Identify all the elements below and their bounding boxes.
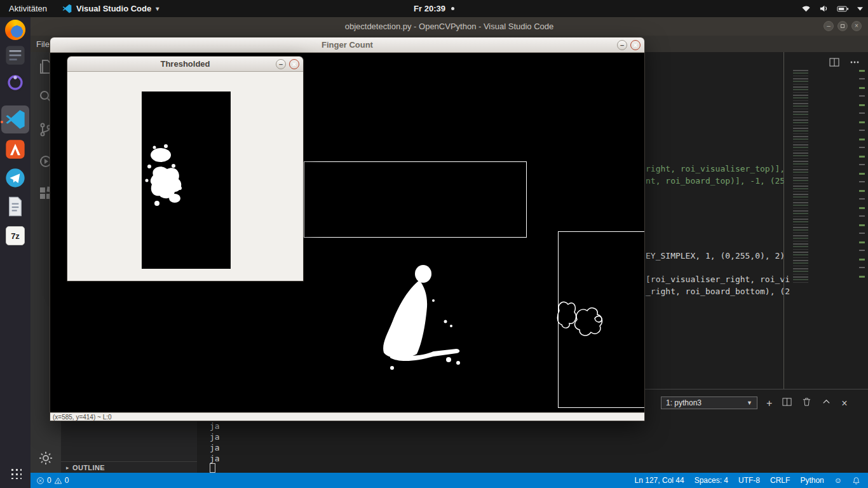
- code-line: [roi_visualiser_right, roi_vi: [646, 273, 790, 285]
- split-terminal-icon[interactable]: [782, 397, 792, 409]
- code-line: nt, roi_board_top)], -1, (25: [646, 175, 785, 187]
- indentation-setting[interactable]: Spaces: 4: [695, 476, 728, 485]
- kill-terminal-icon[interactable]: [802, 397, 811, 409]
- finger-count-titlebar[interactable]: Finger Count – ×: [50, 37, 644, 53]
- editor-actions: [829, 57, 860, 70]
- maximize-panel-icon[interactable]: [822, 397, 831, 409]
- app-menu[interactable]: Visual Studio Code ▾: [56, 0, 165, 17]
- terminal-output-line: ja: [210, 421, 220, 431]
- clock-label: Fr 20:39: [414, 4, 445, 13]
- desktop: objectdetection.py - OpenCVPython - Visu…: [0, 0, 868, 488]
- outline-label: OUTLINE: [72, 464, 105, 471]
- thresholded-title: Thresholded: [160, 59, 210, 69]
- vscode-window-controls: – ×: [824, 21, 862, 31]
- close-button[interactable]: ×: [851, 21, 862, 31]
- cursor-position[interactable]: Ln 127, Col 44: [635, 476, 684, 485]
- error-count: 0: [47, 476, 51, 485]
- ubuntu-dock: 7z: [0, 17, 31, 488]
- system-indicators[interactable]: [801, 4, 863, 13]
- editor-divider: [783, 52, 784, 389]
- finger-count-title: Finger Count: [322, 40, 373, 50]
- vscode-window-title: objectdetection.py - OpenCVPython - Visu…: [345, 22, 554, 31]
- outline-section-header[interactable]: ▸ OUTLINE: [61, 461, 197, 473]
- eol-setting[interactable]: CRLF: [770, 476, 790, 485]
- close-panel-icon[interactable]: ×: [841, 398, 847, 409]
- chevron-right-icon: ▸: [66, 464, 69, 471]
- minimize-button[interactable]: –: [617, 40, 627, 50]
- close-button[interactable]: ×: [630, 40, 641, 50]
- manage-gear-icon[interactable]: [38, 451, 53, 466]
- panel-actions: + ×: [766, 397, 848, 409]
- minimap[interactable]: [793, 70, 808, 283]
- pixel-coordinates-status: (x=585, y=414) ~ L:0: [50, 412, 644, 421]
- roi-rectangle: [304, 161, 527, 238]
- window-controls: – ×: [276, 59, 299, 69]
- problems-indicator[interactable]: 0 0: [36, 476, 69, 485]
- notification-dot: [451, 7, 454, 10]
- software-center-icon[interactable]: [4, 139, 26, 160]
- vscode-titlebar[interactable]: objectdetection.py - OpenCVPython - Visu…: [31, 17, 868, 36]
- terminal-selector[interactable]: 1: python3 ▼: [661, 396, 757, 409]
- new-terminal-icon[interactable]: +: [766, 398, 772, 409]
- close-button[interactable]: ×: [289, 59, 299, 69]
- terminal-cursor: [210, 463, 215, 473]
- vscode-statusbar: 0 0 Ln 127, Col 44 Spaces: 4 UTF-8 CRLF …: [31, 473, 868, 488]
- archiver-label: 7z: [6, 226, 25, 245]
- thresholded-window: Thresholded – ×: [67, 56, 304, 281]
- overview-ruler: [859, 70, 865, 280]
- minimize-button[interactable]: –: [276, 59, 286, 69]
- more-actions-icon[interactable]: [850, 57, 860, 70]
- chevron-down-icon: [857, 7, 863, 11]
- thresholded-titlebar[interactable]: Thresholded – ×: [67, 57, 303, 72]
- text-document-icon[interactable]: [4, 196, 26, 217]
- window-controls: – ×: [617, 40, 641, 50]
- battery-icon: [837, 5, 849, 13]
- volume-icon: [819, 4, 829, 13]
- warning-count: 0: [65, 476, 69, 485]
- gnome-topbar: Aktivitäten Visual Studio Code ▾ Fr 20:3…: [0, 0, 868, 17]
- chevron-down-icon: ▾: [156, 5, 159, 12]
- threshold-frame: [142, 92, 231, 269]
- silhouette-shape: [371, 262, 524, 412]
- code-line: _right, roi_board_bottom), (2: [646, 285, 790, 297]
- feedback-smiley-icon[interactable]: ☺: [834, 476, 842, 485]
- minimize-button[interactable]: –: [824, 21, 834, 31]
- browser-app-icon[interactable]: [4, 72, 26, 93]
- terminal-output-line: ja: [210, 431, 220, 442]
- maximize-button[interactable]: [837, 21, 848, 31]
- archiver-icon[interactable]: 7z: [4, 225, 26, 247]
- terminal-selector-value: 1: python3: [666, 398, 702, 407]
- terminal-output-line: ja: [210, 453, 220, 464]
- show-applications-icon[interactable]: [4, 462, 26, 484]
- threshold-blobs: [142, 92, 231, 269]
- vscode-icon[interactable]: [4, 109, 26, 130]
- terminal-output-line: ja: [210, 442, 220, 453]
- encoding-setting[interactable]: UTF-8: [738, 476, 760, 485]
- split-editor-icon[interactable]: [829, 57, 839, 70]
- running-indicator: [1, 121, 3, 123]
- firefox-icon[interactable]: [4, 19, 26, 41]
- vscode-logo-icon: [62, 4, 72, 13]
- notifications-bell-icon[interactable]: [852, 477, 860, 485]
- chevron-down-icon: ▼: [747, 400, 752, 406]
- clock[interactable]: Fr 20:39: [414, 4, 454, 13]
- language-mode[interactable]: Python: [800, 476, 824, 485]
- wifi-icon: [801, 4, 811, 13]
- code-line: EY_SIMPLEX, 1, (0,255,0), 2): [646, 250, 785, 262]
- file-manager-icon[interactable]: [4, 44, 26, 66]
- code-line: right, roi_visualiser_top)],: [646, 163, 785, 175]
- app-menu-label: Visual Studio Code: [76, 4, 151, 13]
- telegram-icon[interactable]: [4, 167, 26, 189]
- thresholded-image: [67, 72, 303, 281]
- activities-button[interactable]: Aktivitäten: [0, 0, 56, 17]
- contour-shape: [555, 292, 644, 352]
